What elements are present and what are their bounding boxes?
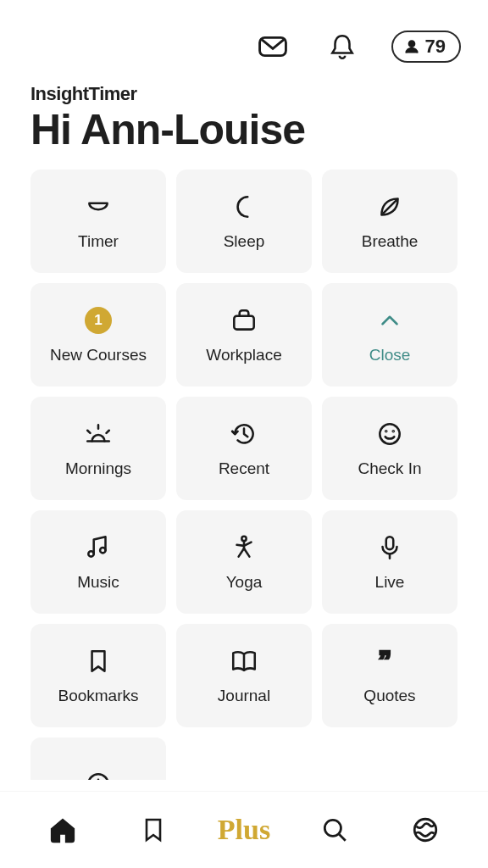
chevron-up-icon	[374, 305, 405, 336]
mail-icon	[257, 31, 289, 63]
home-icon	[48, 815, 77, 844]
brand-logo: InsightTimer	[0, 68, 488, 105]
tile-label: Quotes	[363, 687, 415, 705]
tile-yoga[interactable]: Yoga	[176, 510, 312, 614]
tile-label: Timer	[78, 232, 119, 251]
tile-label: Recent	[219, 459, 269, 478]
svg-point-4	[385, 431, 386, 431]
tile-quotes[interactable]: ”Quotes	[322, 624, 458, 727]
tile-workplace[interactable]: Workplace	[176, 283, 312, 387]
tab-plus[interactable]: Plus	[219, 804, 269, 855]
svg-point-13	[415, 819, 437, 841]
tab-bar: Plus	[0, 792, 488, 868]
greeting-text: Hi Ann-Louise	[0, 105, 488, 170]
tile-label: Mornings	[65, 459, 131, 478]
music-icon	[83, 532, 114, 563]
tile-journal[interactable]: Journal	[176, 624, 312, 727]
tile-check-in[interactable]: Check In	[322, 397, 458, 500]
tile-close[interactable]: Close	[322, 283, 458, 387]
bowl-icon	[83, 192, 114, 222]
tile-label: New Courses	[50, 346, 147, 364]
tile-live[interactable]: Live	[322, 510, 458, 614]
top-bar: 79	[0, 0, 488, 68]
tile-music[interactable]: Music	[30, 510, 166, 614]
plus-circle-icon	[83, 769, 114, 780]
svg-point-3	[380, 424, 399, 443]
svg-point-8	[241, 537, 246, 541]
history-icon	[229, 419, 259, 449]
plus-label: Plus	[218, 814, 270, 846]
svg-point-1	[408, 41, 414, 47]
followers-button[interactable]: 79	[391, 31, 461, 63]
follower-count: 79	[425, 36, 446, 58]
svg-point-12	[324, 820, 341, 836]
moon-icon	[229, 192, 259, 222]
tile-grid: TimerSleepBreathe1New CoursesWorkplaceCl…	[0, 170, 488, 780]
tile-new-courses[interactable]: 1New Courses	[30, 283, 166, 387]
tile-mornings[interactable]: Mornings	[30, 397, 166, 500]
bookmark-icon	[83, 646, 114, 676]
tile-sleep[interactable]: Sleep	[176, 170, 312, 273]
tile-label: Workplace	[206, 346, 281, 364]
svg-point-5	[393, 431, 394, 431]
tab-search[interactable]	[309, 804, 360, 855]
tile-badge: 1	[85, 307, 112, 334]
book-icon	[229, 646, 259, 676]
tile-label: Bookmarks	[58, 687, 138, 705]
briefcase-icon	[229, 305, 259, 336]
tile-label: Breathe	[362, 232, 419, 251]
bell-icon	[328, 32, 357, 61]
tile-recent[interactable]: Recent	[176, 397, 312, 500]
tile-breathe[interactable]: Breathe	[322, 170, 458, 273]
tile-label: Close	[369, 346, 411, 364]
brand-suffix: Timer	[89, 83, 137, 104]
tab-home[interactable]	[37, 804, 88, 855]
person-icon	[403, 38, 420, 55]
tile-label: Live	[375, 573, 405, 592]
tile-label: Journal	[218, 687, 270, 705]
bookmark-icon	[140, 816, 167, 843]
tab-community[interactable]	[400, 804, 451, 855]
globe-icon	[411, 815, 440, 844]
mic-icon	[374, 532, 405, 563]
notifications-button[interactable]	[322, 26, 363, 67]
tile-label: Yoga	[226, 573, 263, 592]
tile-more[interactable]	[30, 737, 166, 780]
leaf-icon	[374, 192, 405, 222]
smile-icon	[374, 419, 405, 449]
tile-label: Check In	[358, 459, 422, 478]
svg-rect-9	[386, 537, 394, 549]
tab-bookmarks[interactable]	[128, 804, 179, 855]
svg-text:”: ”	[378, 647, 391, 676]
svg-point-6	[88, 551, 93, 556]
inbox-button[interactable]	[252, 26, 293, 67]
tile-label: Sleep	[224, 232, 265, 251]
tile-bookmarks[interactable]: Bookmarks	[30, 624, 166, 727]
sunrise-icon	[83, 419, 114, 449]
tile-timer[interactable]: Timer	[30, 170, 166, 273]
quotes-icon: ”	[374, 646, 405, 676]
brand-prefix: Insight	[30, 83, 89, 104]
badge-icon: 1	[83, 305, 114, 336]
search-icon	[320, 815, 349, 844]
tile-scroll-area[interactable]: TimerSleepBreathe1New CoursesWorkplaceCl…	[0, 170, 488, 780]
svg-point-7	[100, 548, 105, 553]
svg-rect-2	[234, 316, 253, 330]
yoga-icon	[229, 532, 259, 563]
tile-label: Music	[77, 573, 119, 592]
